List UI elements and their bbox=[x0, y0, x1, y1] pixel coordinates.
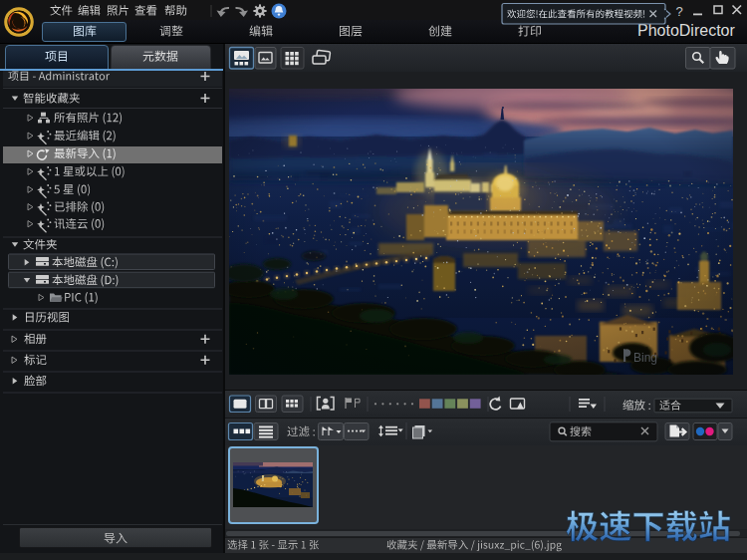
svg-text:?: ? bbox=[675, 4, 682, 19]
